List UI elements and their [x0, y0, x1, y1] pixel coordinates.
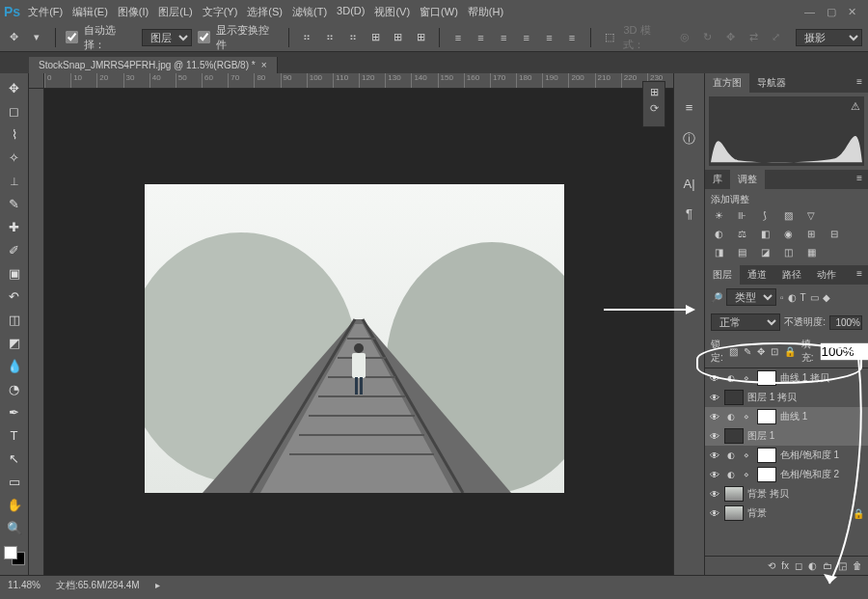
new-layer-icon[interactable]: ◲ — [838, 560, 847, 571]
3d-icon[interactable]: ⬚ — [601, 29, 618, 46]
filter-type-icon[interactable]: T — [800, 292, 806, 303]
menu-help[interactable]: 帮助(H) — [468, 5, 503, 19]
dropdown-icon[interactable]: ▾ — [29, 29, 46, 46]
adj-lookup-icon[interactable]: ⊟ — [827, 229, 842, 239]
mask-icon[interactable]: ◻ — [795, 560, 802, 571]
doc-close-icon[interactable]: × — [261, 60, 267, 70]
layer-name[interactable]: 色相/饱和度 1 — [780, 449, 864, 462]
visibility-icon[interactable]: 👁 — [705, 508, 724, 519]
adj-invert-icon[interactable]: ◨ — [711, 247, 726, 258]
trash-icon[interactable]: 🗑 — [853, 560, 862, 571]
3d-zoom-icon[interactable]: ⤢ — [768, 29, 785, 46]
layer-row[interactable]: 👁◐⋄曲线 1 — [705, 407, 868, 426]
shape-tool[interactable]: ▭ — [3, 471, 26, 492]
tab-navigator[interactable]: 导航器 — [749, 73, 794, 93]
canvas-area[interactable]: 0102030405060708090100110120130140150160… — [29, 73, 673, 575]
eyedropper-tool[interactable]: ✎ — [3, 193, 26, 214]
adj-thresh-icon[interactable]: ◪ — [757, 247, 773, 258]
lock-pos-icon[interactable]: ✥ — [757, 346, 765, 357]
auto-select-checkbox[interactable] — [66, 31, 78, 43]
adj-vibrance-icon[interactable]: ▽ — [803, 210, 819, 221]
auto-select-dropdown[interactable]: 图层 — [142, 29, 192, 46]
menu-type[interactable]: 文字(Y) — [203, 5, 238, 19]
layer-row[interactable]: 👁◐⋄曲线 1 拷贝 — [705, 368, 868, 388]
layer-name[interactable]: 背景 拷贝 — [747, 487, 864, 501]
marquee-tool[interactable]: ◻ — [3, 100, 26, 122]
tab-histogram[interactable]: 直方图 — [705, 73, 749, 93]
panel-icon-info[interactable]: ⓘ — [683, 130, 695, 148]
visibility-icon[interactable]: 👁 — [705, 373, 724, 384]
visibility-icon[interactable]: 👁 — [705, 393, 724, 403]
workspace-dropdown[interactable]: 摄影 — [796, 29, 862, 46]
distribute-icon3[interactable]: ≡ — [495, 29, 512, 46]
layer-row[interactable]: 👁背景 拷贝 — [705, 484, 868, 504]
visibility-icon[interactable]: 👁 — [705, 470, 724, 480]
lock-artb-icon[interactable]: ⊡ — [771, 346, 778, 357]
dodge-tool[interactable]: ◔ — [3, 378, 26, 399]
layer-row[interactable]: 👁背景🔒 — [705, 504, 868, 523]
blur-tool[interactable]: 💧 — [3, 355, 26, 376]
move-tool-icon[interactable]: ✥ — [6, 29, 23, 46]
document-canvas[interactable] — [145, 184, 564, 493]
opacity-input[interactable] — [829, 315, 862, 330]
docinfo-menu-icon[interactable]: ▸ — [155, 580, 160, 590]
hand-tool[interactable]: ✋ — [3, 494, 26, 515]
layer-name[interactable]: 图层 1 — [747, 429, 864, 443]
layer-name[interactable]: 色相/饱和度 2 — [780, 468, 864, 481]
menu-3d[interactable]: 3D(D) — [337, 5, 365, 19]
adj-layer-icon[interactable]: ◐ — [808, 560, 817, 571]
adj-balance-icon[interactable]: ⚖ — [734, 229, 749, 239]
align-left-icon[interactable]: ⊞ — [366, 29, 384, 46]
filter-adj-icon[interactable]: ◐ — [788, 292, 797, 303]
3d-orbit-icon[interactable]: ◎ — [676, 29, 693, 46]
menu-layer[interactable]: 图层(L) — [158, 5, 192, 19]
adj-photo-icon[interactable]: ◉ — [780, 229, 796, 239]
3d-slide-icon[interactable]: ⇄ — [745, 29, 762, 46]
menu-edit[interactable]: 编辑(E) — [72, 5, 108, 19]
blend-mode-dropdown[interactable]: 正常 — [711, 313, 780, 331]
mask-thumb[interactable] — [757, 370, 776, 386]
adj-exposure-icon[interactable]: ▨ — [780, 210, 796, 221]
ruler-origin[interactable] — [29, 73, 44, 89]
distribute-icon2[interactable]: ≡ — [473, 29, 490, 46]
layer-thumb[interactable] — [724, 486, 744, 502]
close-icon[interactable]: ✕ — [848, 6, 856, 18]
align-bottom-icon[interactable]: ⠶ — [344, 29, 362, 46]
menu-file[interactable]: 文件(F) — [28, 5, 63, 19]
zoom-tool[interactable]: 🔍 — [3, 517, 26, 538]
move-tool[interactable]: ✥ — [3, 77, 26, 98]
layer-row[interactable]: 👁◐⋄色相/饱和度 1 — [705, 446, 868, 465]
magic-wand-tool[interactable]: ✧ — [3, 147, 26, 168]
layer-name[interactable]: 曲线 1 拷贝 — [780, 371, 864, 385]
fill-input[interactable] — [820, 342, 868, 361]
distribute-icon[interactable]: ≡ — [449, 29, 467, 46]
crop-tool[interactable]: ⟂ — [3, 170, 26, 191]
tab-actions[interactable]: 动作 — [809, 265, 844, 285]
lock-trans-icon[interactable]: ▨ — [729, 346, 738, 357]
transform-checkbox[interactable] — [198, 31, 210, 43]
panel-menu-icon[interactable]: ≡ — [851, 265, 868, 285]
zoom-value[interactable]: 11.48% — [8, 580, 41, 590]
layer-thumb[interactable] — [724, 505, 744, 521]
layer-row[interactable]: 👁◐⋄色相/饱和度 2 — [705, 465, 868, 484]
lasso-tool[interactable]: ⌇ — [3, 123, 26, 145]
menu-image[interactable]: 图像(I) — [118, 5, 149, 19]
mask-thumb[interactable] — [757, 409, 776, 424]
align-vcenter-icon[interactable]: ⠶ — [321, 29, 339, 46]
gradient-tool[interactable]: ◩ — [3, 332, 26, 353]
adj-gradient-icon[interactable]: ◫ — [780, 247, 796, 258]
layer-thumb[interactable] — [724, 428, 744, 444]
adj-levels-icon[interactable]: ⊪ — [734, 210, 749, 221]
distribute-icon6[interactable]: ≡ — [563, 29, 581, 46]
panel-menu-icon[interactable]: ≡ — [851, 73, 868, 93]
panel-icon-hist[interactable]: ≡ — [686, 100, 693, 115]
visibility-icon[interactable]: 👁 — [705, 431, 724, 442]
menu-select[interactable]: 选择(S) — [247, 5, 283, 19]
color-swatch[interactable] — [4, 546, 25, 565]
layer-name[interactable]: 图层 1 拷贝 — [747, 391, 864, 404]
adj-curves-icon[interactable]: ⟆ — [757, 210, 773, 221]
warning-icon[interactable]: ⚠ — [851, 100, 860, 113]
stamp-tool[interactable]: ▣ — [3, 262, 26, 284]
nav-widget-icon2[interactable]: ⟳ — [650, 102, 659, 115]
adj-selcolor-icon[interactable]: ▦ — [803, 247, 819, 258]
